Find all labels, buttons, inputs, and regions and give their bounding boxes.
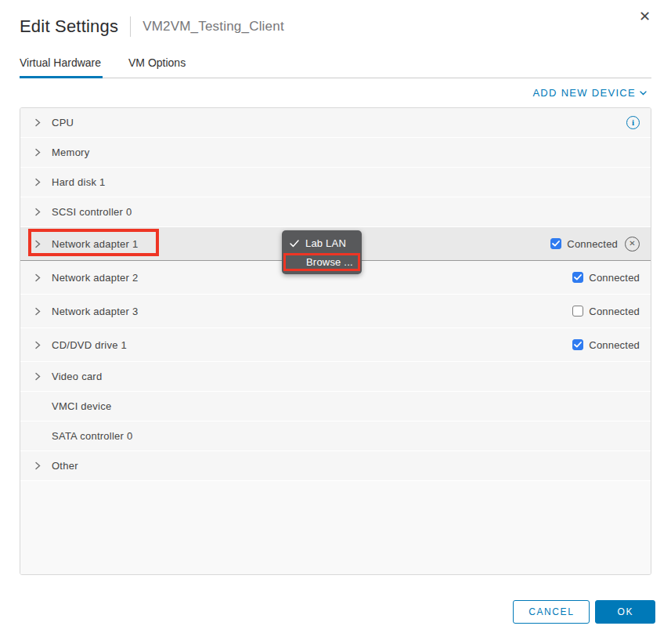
device-row-label: SATA controller 0: [52, 430, 132, 442]
device-row-label: Network adapter 1: [52, 238, 138, 250]
device-row-label: Network adapter 2: [52, 272, 138, 284]
empty-area: [20, 481, 651, 574]
device-row[interactable]: Video card: [20, 362, 651, 392]
dialog-title: Edit Settings: [20, 16, 118, 37]
connected-checkbox[interactable]: [572, 339, 583, 350]
close-icon[interactable]: ✕: [636, 6, 654, 27]
connected-label: Connected: [589, 272, 640, 284]
chevron-right-icon[interactable]: [34, 372, 42, 382]
connected-checkbox[interactable]: [572, 306, 583, 317]
remove-device-icon[interactable]: ✕: [625, 237, 640, 251]
chevron-right-icon[interactable]: [34, 340, 42, 349]
device-row[interactable]: SATA controller 0: [20, 421, 651, 451]
device-row[interactable]: Network adapter 3 Connected: [20, 295, 651, 328]
tab-bar: Virtual HardwareVM Options: [20, 56, 651, 78]
connected-group: Connected ✕: [550, 237, 640, 251]
context-menu-item[interactable]: Browse ...: [283, 253, 360, 271]
network-context-menu: Lab LAN Browse ...: [282, 230, 362, 274]
tab-virtual-hardware[interactable]: Virtual Hardware: [20, 56, 103, 78]
chevron-right-icon[interactable]: [34, 208, 42, 217]
chevron-right-icon[interactable]: [34, 118, 42, 128]
device-list: CPU i Memory Hard disk 1 SCSI controller…: [20, 107, 651, 575]
chevron-down-icon: [640, 91, 647, 96]
device-row-label: Other: [52, 460, 78, 472]
add-new-device-button[interactable]: ADD NEW DEVICE: [528, 86, 651, 99]
chevron-right-icon[interactable]: [34, 461, 42, 471]
info-icon[interactable]: i: [626, 116, 640, 129]
device-row-label: CD/DVD drive 1: [52, 339, 127, 351]
cancel-button[interactable]: CANCEL: [513, 600, 590, 624]
device-row[interactable]: CPU i: [20, 108, 651, 138]
vm-name: VM2VM_Testing_Client: [142, 19, 284, 34]
context-menu-item-label: Lab LAN: [305, 237, 346, 249]
ok-button[interactable]: OK: [595, 600, 655, 624]
device-row-label: Hard disk 1: [52, 176, 106, 188]
connected-label: Connected: [589, 306, 640, 317]
device-row-label: Network adapter 3: [52, 306, 138, 317]
device-row[interactable]: CD/DVD drive 1 Connected: [20, 328, 651, 362]
toolbar: ADD NEW DEVICE: [20, 78, 651, 107]
tab-vm-options[interactable]: VM Options: [128, 56, 187, 78]
title-divider: [130, 16, 131, 37]
device-row[interactable]: SCSI controller 0: [20, 197, 651, 227]
connected-group: Connected: [572, 339, 640, 351]
chevron-right-icon[interactable]: [34, 239, 42, 248]
device-row[interactable]: Other: [20, 451, 651, 481]
chevron-right-icon[interactable]: [34, 148, 42, 157]
connected-checkbox[interactable]: [550, 238, 561, 249]
device-row-label: VMCI device: [52, 400, 111, 412]
chevron-right-icon[interactable]: [34, 306, 42, 316]
context-menu-item-label: Browse ...: [306, 256, 353, 268]
dialog-header: Edit Settings VM2VM_Testing_Client ✕: [0, 0, 671, 37]
device-row[interactable]: Memory: [20, 138, 651, 168]
connected-label: Connected: [567, 238, 618, 250]
dialog-footer: CANCEL OK: [513, 600, 655, 624]
connected-group: Connected: [572, 272, 640, 284]
add-new-device-label: ADD NEW DEVICE: [532, 87, 636, 99]
chevron-right-icon[interactable]: [34, 273, 42, 282]
checkmark-icon: [290, 240, 300, 248]
connected-checkbox[interactable]: [572, 272, 583, 283]
device-row[interactable]: VMCI device: [20, 392, 651, 421]
context-menu-item[interactable]: Lab LAN: [282, 234, 362, 252]
device-row-label: SCSI controller 0: [52, 206, 132, 218]
chevron-right-icon[interactable]: [34, 178, 42, 187]
device-row-label: Video card: [52, 371, 102, 382]
device-row[interactable]: Hard disk 1: [20, 168, 651, 197]
connected-label: Connected: [589, 339, 640, 351]
connected-group: Connected: [572, 306, 640, 317]
device-row-label: Memory: [52, 147, 89, 158]
device-row-label: CPU: [52, 117, 74, 128]
